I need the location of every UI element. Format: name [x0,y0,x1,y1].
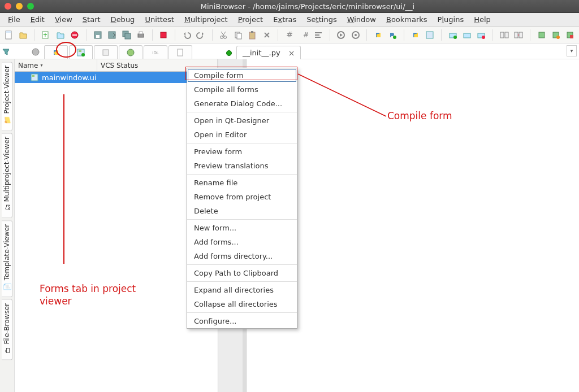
python-shell-icon[interactable] [410,29,421,41]
svg-point-28 [393,36,396,39]
open-project-icon[interactable] [55,29,66,41]
undo-icon[interactable] [181,29,192,41]
context-menu-item-collapse-all-directories[interactable]: Collapse all directories [187,297,297,311]
svg-rect-11 [138,34,144,37]
sources-tab[interactable] [44,45,68,59]
menu-unittest[interactable]: Unittest [140,14,178,25]
merge-icon[interactable] [513,29,524,41]
svg-rect-53 [32,75,34,77]
svg-rect-12 [139,32,142,34]
sidebar-tab-label: Multiproject-Viewer [3,137,11,202]
context-menu-item-add-forms[interactable]: Add forms... [187,235,297,249]
editor-tab-init-py[interactable]: __init__.py × [236,46,301,59]
sidebar-tab-template-viewer[interactable]: 📄Template-Viewer [2,220,12,297]
sidebar-tab-project-viewer[interactable]: 📁Project-Viewer [2,62,12,130]
cut-icon[interactable] [218,29,229,41]
file-name: mainwindow.ui [42,73,97,82]
run-icon[interactable] [336,29,347,41]
save-as-icon[interactable] [106,29,117,41]
svg-rect-13 [161,32,166,38]
plugin3-icon[interactable] [565,29,576,41]
context-menu-item-generate-dialog-code[interactable]: Generate Dialog Code... [187,97,297,111]
context-menu-item-new-form[interactable]: New form... [187,221,297,235]
toolbox2-icon[interactable] [461,29,472,41]
context-menu-item-expand-all-directories[interactable]: Expand all directories [187,283,297,297]
context-menu-item-preview-form[interactable]: Preview form [187,145,297,159]
close-window-button[interactable] [5,3,11,10]
minimize-window-button[interactable] [16,3,23,10]
paste-icon[interactable] [247,29,258,41]
context-menu-item-preview-translations[interactable]: Preview translations [187,159,297,173]
menu-edit[interactable]: Edit [26,14,49,25]
svg-rect-37 [515,32,518,38]
stop-icon[interactable] [158,29,169,41]
menu-view[interactable]: View [50,14,77,25]
menu-window[interactable]: Window [343,14,381,25]
copy-icon[interactable] [232,29,243,41]
context-menu-item-configure[interactable]: Configure... [187,314,297,328]
context-menu-item-compile-all-forms[interactable]: Compile all forms [187,82,297,97]
compare-icon[interactable] [499,29,509,41]
menu-help[interactable]: Help [469,14,495,25]
column-header-label: Name [18,62,38,69]
uncomment-icon[interactable]: # [299,29,309,41]
svg-point-44 [32,49,39,55]
forms-tab[interactable] [69,45,93,59]
svg-text:IDL: IDL [152,51,158,55]
context-menu-item-add-forms-directory[interactable]: Add forms directory... [187,249,297,263]
menu-project[interactable]: Project [234,14,268,25]
svg-rect-52 [31,74,38,81]
filter-icon[interactable] [2,45,9,59]
svg-rect-43 [570,35,573,38]
context-menu-separator [187,312,297,313]
context-menu-item-rename-file[interactable]: Rename file [187,176,297,190]
editor-tabs-dropdown[interactable]: ▾ [567,45,577,56]
format-icon[interactable] [313,29,323,41]
context-menu-item-open-in-editor[interactable]: Open in Editor [187,128,297,142]
context-menu[interactable]: Compile formCompile all formsGenerate Di… [187,68,297,329]
maximize-window-button[interactable] [27,3,34,10]
context-menu-item-open-in-qt-designer[interactable]: Open in Qt-Designer [187,114,297,128]
sidebar-tab-file-browser[interactable]: 🗀File-Browser [2,299,12,360]
close-project-icon[interactable] [70,29,80,41]
others-tab[interactable] [168,45,192,59]
python-run-icon[interactable] [373,29,383,41]
redo-icon[interactable] [195,29,206,41]
plugin2-icon[interactable] [550,29,561,41]
menu-plugins[interactable]: Plugins [433,14,469,25]
menu-debug[interactable]: Debug [106,14,140,25]
sphere-icon[interactable] [31,46,41,58]
menu-extras[interactable]: Extras [269,14,301,25]
new-plus-icon[interactable]: + [41,29,51,41]
close-tab-icon[interactable]: × [285,49,295,58]
toolbox3-icon[interactable] [476,29,487,41]
interfaces-tab[interactable]: IDL [144,45,167,59]
menu-multiproject[interactable]: Multiproject [180,14,232,25]
python-profile-icon[interactable] [425,29,435,41]
debug-icon[interactable] [350,29,361,41]
context-menu-item-delete[interactable]: Delete [187,204,297,218]
new-file-icon[interactable] [3,29,14,41]
column-header-name[interactable]: Name▾ [15,59,97,71]
translations-tab[interactable] [119,45,142,59]
print-icon[interactable] [135,29,146,41]
menu-bookmarks[interactable]: Bookmarks [382,14,432,25]
save-icon[interactable] [92,29,103,41]
comment-icon[interactable]: # [284,29,295,41]
python-debug-icon[interactable] [387,29,398,41]
toolbox1-icon[interactable] [447,29,458,41]
menu-settings[interactable]: Settings [302,14,341,25]
resources-tab[interactable] [94,45,118,59]
context-menu-item-compile-form[interactable]: Compile form [187,68,297,82]
delete-icon[interactable] [261,29,272,41]
menu-file[interactable]: File [3,14,25,25]
svg-rect-35 [500,32,504,38]
plugin1-icon[interactable] [536,29,547,41]
save-all-icon[interactable] [121,29,132,41]
svg-rect-23 [315,34,319,36]
sidebar-tab-multiproject-viewer[interactable]: 🗂Multiproject-Viewer [2,133,12,217]
menu-start[interactable]: Start [78,14,105,25]
open-icon[interactable] [18,29,28,41]
context-menu-item-copy-path-to-clipboard[interactable]: Copy Path to Clipboard [187,266,297,280]
context-menu-item-remove-from-project[interactable]: Remove from project [187,190,297,204]
